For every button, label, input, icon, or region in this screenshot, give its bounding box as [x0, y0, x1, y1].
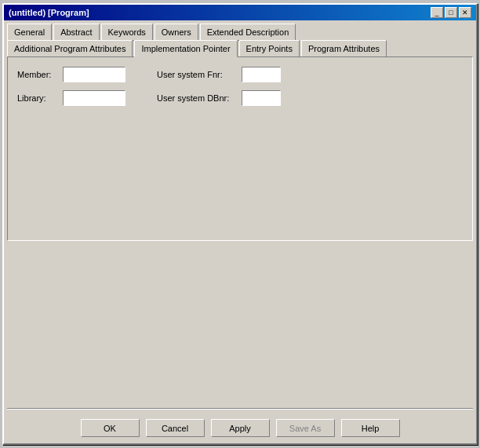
user-system-fnr-input[interactable]: [242, 67, 281, 82]
maximize-button[interactable]: □: [445, 7, 457, 18]
tab-additional-program-attributes[interactable]: Additional Program Attributes: [7, 40, 133, 57]
divider: [7, 408, 473, 410]
member-row: Member: User system Fnr:: [17, 67, 463, 82]
tab-entry-points[interactable]: Entry Points: [239, 40, 300, 57]
library-row: Library: User system DBnr:: [17, 90, 463, 106]
window-title: (untitled) [Program]: [9, 8, 89, 17]
tabs-row-1: General Abstract Keywords Owners Extende…: [7, 24, 473, 40]
tab-abstract[interactable]: Abstract: [53, 24, 99, 41]
window-body: General Abstract Keywords Owners Extende…: [4, 20, 476, 408]
user-system-fnr-group: User system Fnr:: [157, 67, 281, 82]
tab-keywords[interactable]: Keywords: [101, 24, 153, 41]
library-input[interactable]: [63, 90, 125, 106]
main-window: (untitled) [Program] _ □ ✕ General Abstr…: [2, 3, 478, 445]
title-bar: (untitled) [Program] _ □ ✕: [4, 5, 476, 20]
tab-content: Member: User system Fnr: Library: User s…: [7, 56, 473, 241]
tab-extended-description[interactable]: Extended Description: [200, 24, 296, 41]
title-bar-controls: _ □ ✕: [431, 7, 471, 18]
ok-button[interactable]: OK: [81, 419, 140, 437]
member-label: Member:: [17, 70, 56, 79]
tab-program-attributes[interactable]: Program Attributes: [301, 40, 387, 57]
tabs-row-2: Additional Program Attributes Implementa…: [7, 40, 473, 56]
tab-owners[interactable]: Owners: [155, 24, 198, 41]
spacer: [7, 241, 473, 405]
close-button[interactable]: ✕: [459, 7, 471, 18]
user-system-dbnr-group: User system DBnr:: [157, 90, 281, 106]
cancel-button[interactable]: Cancel: [146, 419, 205, 437]
tab-implementation-pointer[interactable]: Implementation Pointer: [134, 40, 237, 57]
help-button[interactable]: Help: [341, 419, 400, 437]
minimize-button[interactable]: _: [431, 7, 443, 18]
user-system-fnr-label: User system Fnr:: [157, 70, 235, 79]
member-input[interactable]: [63, 67, 125, 82]
user-system-dbnr-label: User system DBnr:: [157, 93, 235, 103]
tab-general[interactable]: General: [7, 24, 52, 41]
user-system-dbnr-input[interactable]: [242, 90, 281, 106]
apply-button[interactable]: Apply: [211, 419, 270, 437]
library-label: Library:: [17, 93, 56, 103]
bottom-bar: OK Cancel Apply Save As Help: [4, 413, 476, 443]
save-as-button[interactable]: Save As: [276, 419, 335, 437]
